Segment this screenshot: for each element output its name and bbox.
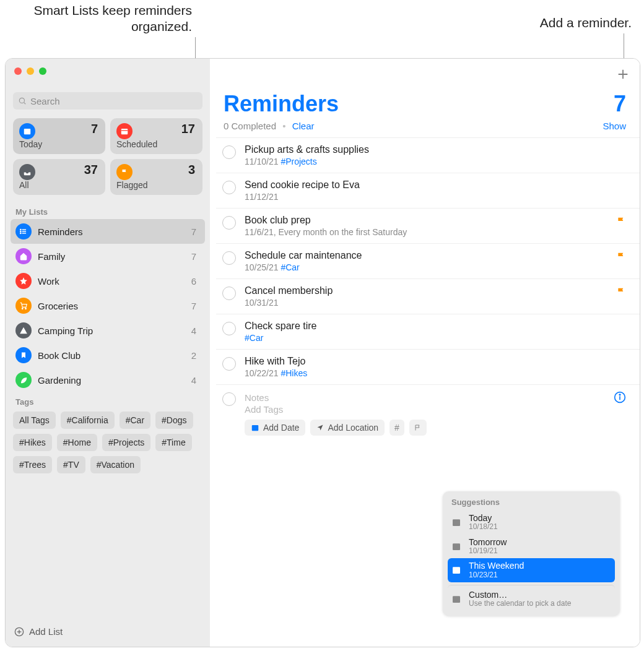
suggestion-tomorrow[interactable]: Tomorrow10/19/21: [448, 535, 615, 559]
tag-vacation[interactable]: #Vacation: [90, 456, 141, 473]
smart-list-scheduled[interactable]: 17Scheduled: [110, 118, 202, 154]
list-count: 7: [191, 251, 200, 262]
my-lists: Reminders7Family7Work6Groceries7Camping …: [6, 219, 210, 392]
svg-point-22: [619, 394, 620, 395]
maximize-window-icon[interactable]: [39, 67, 46, 75]
reminder-checkbox[interactable]: [222, 392, 236, 406]
svg-point-11: [22, 308, 23, 309]
list-icon: [15, 223, 32, 239]
bookmark-icon: [15, 347, 32, 363]
list-name: Book Club: [38, 350, 185, 361]
reminder-item[interactable]: Schedule car maintenance10/25/21 #Car: [216, 244, 640, 279]
main-content: Reminders 7 0 Completed • Clear Show Pic…: [210, 59, 640, 647]
suggestion-today[interactable]: Today10/18/21: [448, 511, 615, 535]
tag-time[interactable]: #Time: [155, 434, 191, 451]
new-reminder-row[interactable]: Notes Add Tags Add Date: [216, 385, 640, 442]
reminder-title: Book club prep: [245, 215, 607, 226]
reminder-item[interactable]: Cancel membership10/31/21: [216, 279, 640, 314]
tag-home[interactable]: #Home: [57, 434, 97, 451]
reminders-window: Search 7Today17Scheduled37All3Flagged My…: [5, 58, 640, 647]
tag-hikes[interactable]: #Hikes: [13, 434, 52, 451]
reminder-checkbox[interactable]: [222, 357, 236, 371]
smart-list-all[interactable]: 37All: [13, 159, 105, 195]
reminder-checkbox[interactable]: [222, 251, 236, 265]
close-window-icon[interactable]: [14, 67, 22, 75]
list-title: Reminders: [224, 91, 339, 117]
add-list-button[interactable]: Add List: [6, 620, 210, 643]
suggestion-subtitle: 10/23/21: [469, 571, 524, 579]
tag-car[interactable]: #Car: [120, 412, 150, 429]
info-circle-icon: [614, 391, 626, 403]
reminder-item[interactable]: Hike with Tejo10/22/21 #Hikes: [216, 350, 640, 385]
location-arrow-icon: [316, 424, 324, 431]
sidebar-list-work[interactable]: Work6: [11, 269, 205, 293]
add-reminder-button[interactable]: [616, 67, 630, 81]
star-icon: [15, 273, 32, 289]
sidebar-list-reminders[interactable]: Reminders7: [11, 219, 205, 244]
reminder-checkbox[interactable]: [222, 145, 236, 159]
tag-dogs[interactable]: #Dogs: [155, 412, 193, 429]
add-tags-placeholder[interactable]: Add Tags: [245, 404, 605, 415]
list-count: 2: [191, 350, 200, 361]
sidebar-list-groceries[interactable]: Groceries7: [11, 293, 205, 318]
add-location-label: Add Location: [328, 423, 378, 433]
reminder-item[interactable]: Book club prep11/6/21, Every month on th…: [216, 209, 640, 244]
list-name: Family: [38, 251, 185, 262]
add-flag-chip[interactable]: [409, 420, 427, 436]
minimize-window-icon[interactable]: [27, 67, 34, 75]
list-count: 4: [191, 326, 200, 336]
suggestions-title: Suggestions: [448, 496, 615, 511]
add-date-label: Add Date: [263, 423, 299, 433]
calendar-icon: [451, 565, 463, 575]
list-count: 4: [191, 375, 200, 386]
smart-lists-grid: 7Today17Scheduled37All3Flagged: [6, 111, 210, 202]
flag-icon: [116, 164, 133, 180]
svg-point-9: [20, 231, 21, 231]
suggestion-this-weekend[interactable]: This Weekend10/23/21: [448, 558, 615, 582]
reminder-item[interactable]: Check spare tire#Car: [216, 314, 640, 350]
smart-list-count: 7: [91, 122, 98, 136]
reminder-checkbox[interactable]: [222, 287, 236, 300]
sidebar-list-family[interactable]: Family7: [11, 244, 205, 269]
search-input[interactable]: Search: [13, 92, 202, 110]
reminder-checkbox[interactable]: [222, 216, 236, 230]
svg-rect-25: [453, 567, 460, 574]
suggestion-subtitle: 10/19/21: [469, 547, 507, 555]
sidebar-list-gardening[interactable]: Gardening4: [11, 368, 205, 392]
smart-list-today[interactable]: 7Today: [13, 118, 105, 154]
calendar-icon: [251, 423, 259, 432]
list-subheader: 0 Completed • Clear Show: [210, 121, 640, 137]
notes-placeholder[interactable]: Notes: [245, 392, 605, 403]
suggestion-subtitle: 10/18/21: [469, 523, 498, 531]
smart-list-flagged[interactable]: 3Flagged: [110, 159, 202, 195]
reminder-checkbox[interactable]: [222, 181, 236, 194]
add-location-chip[interactable]: Add Location: [310, 420, 385, 436]
tag-california[interactable]: #California: [61, 412, 115, 429]
reminder-item[interactable]: Send cookie recipe to Eva11/12/21: [216, 173, 640, 209]
search-icon: [18, 97, 27, 105]
show-button[interactable]: Show: [603, 121, 626, 131]
suggestion-title: This Weekend: [469, 561, 524, 571]
add-date-chip[interactable]: Add Date: [245, 420, 305, 436]
reminder-item[interactable]: Pickup arts & crafts supplies11/10/21 #P…: [216, 137, 640, 173]
sidebar: Search 7Today17Scheduled37All3Flagged My…: [6, 59, 210, 647]
clear-button[interactable]: Clear: [292, 121, 315, 131]
tag-alltags[interactable]: All Tags: [13, 412, 56, 429]
list-name: Reminders: [38, 226, 185, 237]
date-suggestions-popover: Suggestions Today10/18/21Tomorrow10/19/2…: [443, 491, 620, 616]
list-header: Reminders 7: [210, 81, 640, 121]
sidebar-list-book-club[interactable]: Book Club2: [11, 343, 205, 368]
suggestion-custom-[interactable]: Custom…Use the calendar to pick a date: [448, 585, 615, 611]
add-tag-chip[interactable]: #: [389, 420, 404, 436]
flag-icon: [616, 287, 626, 296]
reminder-title: Schedule car maintenance: [245, 250, 607, 261]
sidebar-list-camping-trip[interactable]: Camping Trip4: [11, 318, 205, 343]
tag-tv[interactable]: #TV: [57, 456, 85, 473]
reminder-checkbox[interactable]: [222, 322, 236, 335]
list-name: Groceries: [38, 301, 185, 311]
info-button[interactable]: [614, 391, 626, 403]
tag-projects[interactable]: #Projects: [102, 434, 150, 451]
calendar-icon: [116, 123, 133, 139]
suggestion-title: Today: [469, 514, 498, 523]
tag-trees[interactable]: #Trees: [13, 456, 52, 473]
